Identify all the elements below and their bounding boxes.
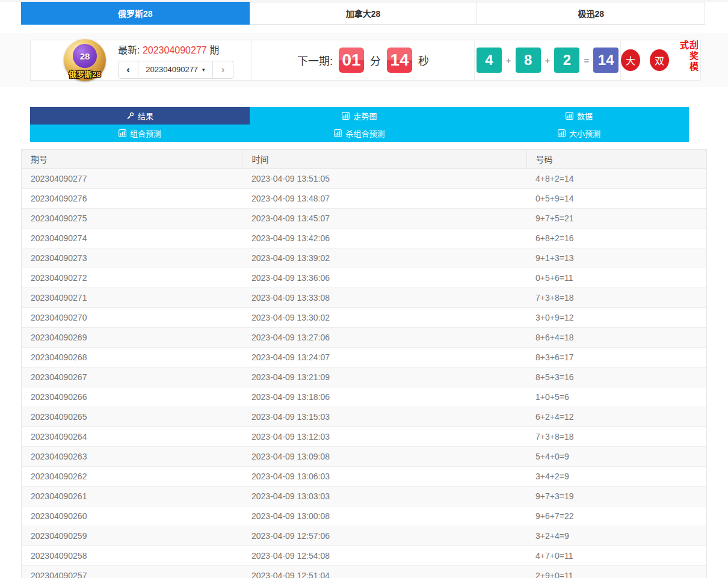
- chart-icon: [558, 129, 566, 137]
- draw-numbers-section: 4 + 8 + 2 = 14: [475, 40, 621, 80]
- table-row: 202304090268 2023-04-09 13:24:07 8+3+6=1…: [22, 347, 706, 367]
- prev-period-button[interactable]: ‹: [118, 61, 138, 79]
- latest-label: 最新:: [118, 45, 140, 55]
- period-suffix: 期: [209, 45, 219, 55]
- nav-row-1: 结果 走势图 数据: [30, 107, 689, 125]
- scratch-mode-link[interactable]: 刮奖模式: [679, 40, 698, 80]
- nav-item-bigsmall-prediction[interactable]: 大小预测: [469, 125, 689, 142]
- cell-period: 202304090276: [22, 188, 242, 208]
- table-row: 202304090262 2023-04-09 13:06:03 3+4+2=9: [22, 466, 706, 486]
- latest-draw-line: 最新: 202304090277 期: [118, 42, 233, 57]
- table-row: 202304090259 2023-04-09 12:57:06 3+2+4=9: [22, 526, 706, 546]
- lottery-logo-icon: 28 俄罗斯28: [64, 39, 106, 81]
- cell-result: 6+2+4=12: [526, 407, 706, 426]
- table-row: 202304090263 2023-04-09 13:09:08 5+4+0=9: [22, 446, 706, 466]
- tab-canada-28[interactable]: 加拿大28: [250, 2, 478, 25]
- nav-item-label: 组合预测: [130, 128, 161, 139]
- nav-item-label: 杀组合预测: [345, 128, 384, 139]
- cell-result: 4+7+0=11: [526, 546, 706, 565]
- cell-time: 2023-04-09 13:00:08: [242, 506, 526, 526]
- cell-period: 202304090271: [22, 287, 242, 307]
- countdown-label: 下一期:: [297, 52, 333, 68]
- cell-time: 2023-04-09 13:30:02: [242, 307, 526, 327]
- cell-period: 202304090266: [22, 387, 242, 407]
- lottery-ball-icon: 28: [73, 44, 97, 68]
- equals-sign: =: [584, 55, 589, 66]
- tab-russia-28[interactable]: 俄罗斯28: [21, 2, 250, 25]
- table-row: 202304090270 2023-04-09 13:30:02 3+0+9=1…: [22, 307, 706, 327]
- cell-time: 2023-04-09 13:21:09: [242, 367, 526, 387]
- table-row: 202304090276 2023-04-09 13:48:07 0+5+9=1…: [22, 188, 706, 208]
- cell-period: 202304090257: [22, 565, 242, 578]
- cell-time: 2023-04-09 13:24:07: [242, 347, 526, 367]
- cell-period: 202304090267: [22, 367, 242, 387]
- next-period-button[interactable]: ›: [213, 61, 233, 79]
- cell-result: 0+5+9=14: [526, 188, 706, 208]
- cell-period: 202304090261: [22, 486, 242, 506]
- chevron-left-icon: ‹: [126, 64, 130, 76]
- nav-item-data[interactable]: 数据: [469, 107, 689, 125]
- col-time: 时间: [242, 150, 526, 168]
- latest-draw-block: 最新: 202304090277 期 ‹ 202304090277 ▾ ›: [118, 42, 233, 79]
- cell-time: 2023-04-09 12:57:06: [242, 526, 526, 546]
- plus-sign: +: [506, 55, 511, 66]
- results-table-wrap: 期号 时间 号码 202304090277 2023-04-09 13:51:0…: [21, 149, 707, 578]
- nav-item-label: 走势图: [353, 110, 377, 121]
- cell-time: 2023-04-09 12:54:08: [242, 546, 526, 565]
- nav-item-label: 结果: [138, 110, 153, 121]
- caret-down-icon: ▾: [202, 67, 205, 73]
- cell-result: 8+6+4=18: [526, 327, 706, 347]
- cell-period: 202304090270: [22, 307, 242, 327]
- cell-time: 2023-04-09 13:09:08: [242, 446, 526, 466]
- cell-result: 4+8+2=14: [526, 168, 706, 188]
- cell-period: 202304090265: [22, 407, 242, 426]
- plus-sign: +: [545, 55, 551, 66]
- chart-icon: [119, 129, 126, 137]
- cell-result: 8+5+3=16: [526, 367, 706, 387]
- cell-result: 9+7+5=21: [526, 208, 706, 228]
- table-row: 202304090257 2023-04-09 12:51:04 2+9+0=1…: [22, 565, 706, 578]
- lottery-info-section: 28 俄罗斯28 最新: 202304090277 期 ‹ 2023040902…: [31, 40, 252, 80]
- cell-result: 0+5+6=11: [526, 268, 706, 287]
- cell-time: 2023-04-09 13:33:08: [242, 287, 526, 307]
- results-table: 期号 时间 号码 202304090277 2023-04-09 13:51:0…: [22, 150, 706, 578]
- period-dropdown[interactable]: 202304090277 ▾: [138, 61, 213, 79]
- badge-even[interactable]: 双: [650, 49, 669, 71]
- chart-icon: [566, 112, 573, 120]
- draw-ball-3: 2: [554, 48, 579, 73]
- table-row: 202304090277 2023-04-09 13:51:05 4+8+2=1…: [22, 168, 706, 188]
- latest-period-number: 202304090277: [143, 45, 207, 55]
- draw-ball-1: 4: [477, 48, 502, 73]
- nav-item-trend-chart[interactable]: 走势图: [250, 107, 469, 125]
- cell-period: 202304090269: [22, 327, 242, 347]
- cell-result: 2+9+0=11: [526, 565, 706, 578]
- table-row: 202304090269 2023-04-09 13:27:06 8+6+4=1…: [22, 327, 706, 347]
- cell-time: 2023-04-09 13:18:06: [242, 387, 526, 407]
- nav-item-combo-prediction[interactable]: 组合预测: [30, 125, 250, 142]
- cell-period: 202304090277: [22, 168, 242, 188]
- table-row: 202304090260 2023-04-09 13:00:08 9+6+7=2…: [22, 506, 706, 526]
- cell-time: 2023-04-09 13:45:07: [242, 208, 526, 228]
- tab-jixun-28[interactable]: 极迅28: [477, 2, 705, 25]
- cell-result: 8+3+6=17: [526, 347, 706, 367]
- nav-item-results[interactable]: 结果: [30, 107, 250, 125]
- result-badges-section: 大 双 刮奖模式: [621, 40, 700, 80]
- table-row: 202304090271 2023-04-09 13:33:08 7+3+8=1…: [22, 287, 706, 307]
- cell-period: 202304090272: [22, 268, 242, 287]
- seconds-unit-label: 秒: [418, 52, 429, 68]
- cell-period: 202304090273: [22, 248, 242, 268]
- col-period: 期号: [22, 150, 242, 168]
- cell-period: 202304090275: [22, 208, 242, 228]
- badge-big[interactable]: 大: [621, 49, 640, 71]
- cell-period: 202304090258: [22, 546, 242, 565]
- cell-result: 3+0+9=12: [526, 307, 706, 327]
- minutes-unit-label: 分: [370, 52, 381, 68]
- table-row: 202304090274 2023-04-09 13:42:06 6+8+2=1…: [22, 228, 706, 248]
- chevron-right-icon: ›: [221, 64, 225, 76]
- table-row: 202304090258 2023-04-09 12:54:08 4+7+0=1…: [22, 546, 706, 565]
- cell-period: 202304090268: [22, 347, 242, 367]
- cell-time: 2023-04-09 13:51:05: [242, 168, 526, 188]
- nav-item-kill-combo-prediction[interactable]: 杀组合预测: [250, 125, 469, 142]
- period-dropdown-value: 202304090277: [146, 65, 198, 74]
- function-nav: 结果 走势图 数据 组合预测 杀组合预测: [30, 107, 689, 142]
